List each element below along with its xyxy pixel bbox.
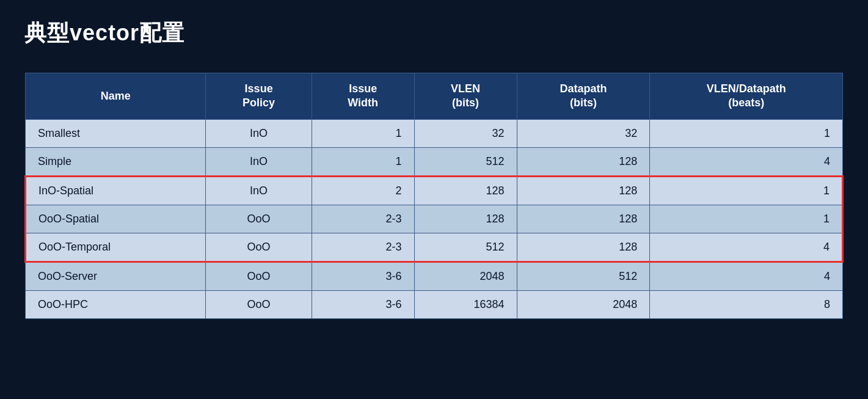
table-row: SmallestInO132321: [26, 119, 843, 147]
table-row: OoO-TemporalOoO2-35121284: [26, 233, 843, 262]
table-cell: 2: [312, 176, 414, 205]
table-cell: 2048: [517, 290, 650, 318]
col-header-name: Name: [26, 73, 206, 120]
table-header-row: Name IssuePolicy IssueWidth VLEN(bits) D…: [26, 73, 843, 120]
table-cell: OoO: [206, 262, 312, 290]
table-cell: 1: [650, 176, 843, 205]
table-cell: InO-Spatial: [26, 176, 206, 205]
table-cell: OoO-Server: [26, 262, 206, 290]
col-header-datapath: Datapath(bits): [517, 73, 650, 120]
table-cell: 8: [650, 290, 843, 318]
table-cell: OoO: [206, 290, 312, 318]
table-cell: OoO: [206, 205, 312, 233]
table-row: SimpleInO15121284: [26, 147, 843, 176]
table-row: OoO-ServerOoO3-620485124: [26, 262, 843, 290]
table-row: OoO-HPCOoO3-61638420488: [26, 290, 843, 318]
table-cell: 3-6: [312, 290, 414, 318]
table-row: OoO-SpatialOoO2-31281281: [26, 205, 843, 233]
table-cell: 2048: [414, 262, 517, 290]
table-cell: 128: [517, 205, 650, 233]
main-table: Name IssuePolicy IssueWidth VLEN(bits) D…: [24, 73, 844, 319]
table-cell: Smallest: [26, 119, 206, 147]
col-header-vlen: VLEN(bits): [414, 73, 517, 120]
table-cell: 4: [650, 262, 843, 290]
table-cell: 1: [312, 119, 414, 147]
table-body: SmallestInO132321SimpleInO15121284InO-Sp…: [26, 119, 843, 318]
table-cell: 2-3: [312, 233, 414, 262]
table-cell: 32: [414, 119, 517, 147]
table-cell: Simple: [26, 147, 206, 176]
col-header-issue-width: IssueWidth: [312, 73, 414, 120]
table-cell: 128: [414, 176, 517, 205]
table-cell: 512: [517, 262, 650, 290]
table-cell: 128: [517, 176, 650, 205]
page-title: 典型vector配置: [24, 18, 844, 48]
table-cell: InO: [206, 176, 312, 205]
table-cell: 4: [650, 233, 843, 262]
table-cell: 1: [312, 147, 414, 176]
table-cell: OoO-Spatial: [26, 205, 206, 233]
col-header-issue-policy: IssuePolicy: [206, 73, 312, 120]
table-cell: OoO-HPC: [26, 290, 206, 318]
table-cell: 3-6: [312, 262, 414, 290]
table-cell: 512: [414, 147, 517, 176]
table-cell: OoO: [206, 233, 312, 262]
table-cell: 2-3: [312, 205, 414, 233]
col-header-beats: VLEN/Datapath(beats): [650, 73, 843, 120]
table-cell: 1: [650, 205, 843, 233]
table-row: InO-SpatialInO21281281: [26, 176, 843, 205]
table-cell: 16384: [414, 290, 517, 318]
table-cell: OoO-Temporal: [26, 233, 206, 262]
table-cell: 32: [517, 119, 650, 147]
table-cell: InO: [206, 147, 312, 176]
table-cell: 128: [517, 233, 650, 262]
table-cell: 1: [650, 119, 843, 147]
table-cell: 128: [414, 205, 517, 233]
table-cell: InO: [206, 119, 312, 147]
table-cell: 4: [650, 147, 843, 176]
table-cell: 512: [414, 233, 517, 262]
table-cell: 128: [517, 147, 650, 176]
